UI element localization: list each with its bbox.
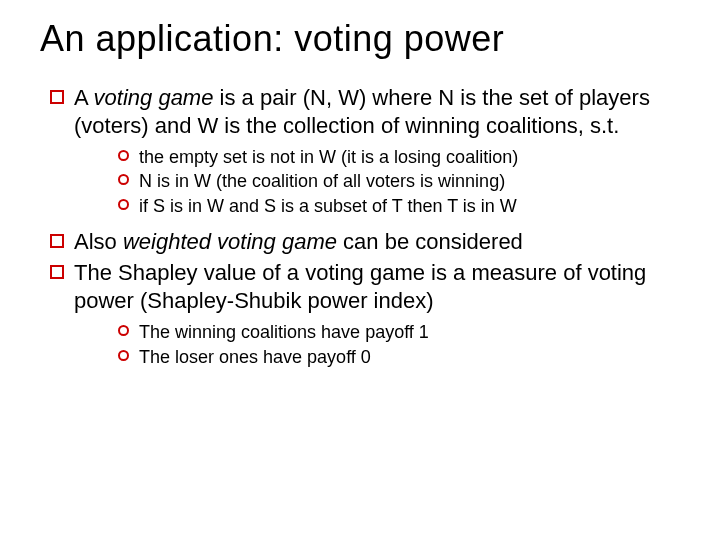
- bullet-text: The Shapley value of a voting game is a …: [74, 259, 680, 314]
- square-bullet-icon: [50, 234, 64, 248]
- text-suffix: can be considered: [337, 229, 523, 254]
- text-prefix: A: [74, 85, 94, 110]
- square-bullet-icon: [50, 90, 64, 104]
- bullet-text: A voting game is a pair (N, W) where N i…: [74, 84, 680, 139]
- square-bullet-icon: [50, 265, 64, 279]
- sublist-conditions: the empty set is not in W (it is a losin…: [118, 145, 680, 218]
- circle-bullet-icon: [118, 199, 129, 210]
- sub-bullet-text: The loser ones have payoff 0: [139, 345, 680, 369]
- bullet-voting-game-def: A voting game is a pair (N, W) where N i…: [40, 84, 680, 139]
- sub-bullet-text: N is in W (the coalition of all voters i…: [139, 169, 680, 193]
- sub-bullet: if S is in W and S is a subset of T then…: [118, 194, 680, 218]
- sub-bullet-text: the empty set is not in W (it is a losin…: [139, 145, 680, 169]
- circle-bullet-icon: [118, 150, 129, 161]
- sub-bullet-text: if S is in W and S is a subset of T then…: [139, 194, 680, 218]
- slide-title: An application: voting power: [40, 18, 680, 60]
- circle-bullet-icon: [118, 174, 129, 185]
- text-prefix: Also: [74, 229, 123, 254]
- sublist-payoffs: The winning coalitions have payoff 1 The…: [118, 320, 680, 369]
- bullet-weighted-game: Also weighted voting game can be conside…: [40, 228, 680, 256]
- circle-bullet-icon: [118, 325, 129, 336]
- sub-bullet-text: The winning coalitions have payoff 1: [139, 320, 680, 344]
- bullet-text: Also weighted voting game can be conside…: [74, 228, 680, 256]
- sub-bullet: N is in W (the coalition of all voters i…: [118, 169, 680, 193]
- text-em: weighted voting game: [123, 229, 337, 254]
- sub-bullet: The winning coalitions have payoff 1: [118, 320, 680, 344]
- circle-bullet-icon: [118, 350, 129, 361]
- sub-bullet: The loser ones have payoff 0: [118, 345, 680, 369]
- text-em: voting game: [94, 85, 214, 110]
- bullet-shapley: The Shapley value of a voting game is a …: [40, 259, 680, 314]
- sub-bullet: the empty set is not in W (it is a losin…: [118, 145, 680, 169]
